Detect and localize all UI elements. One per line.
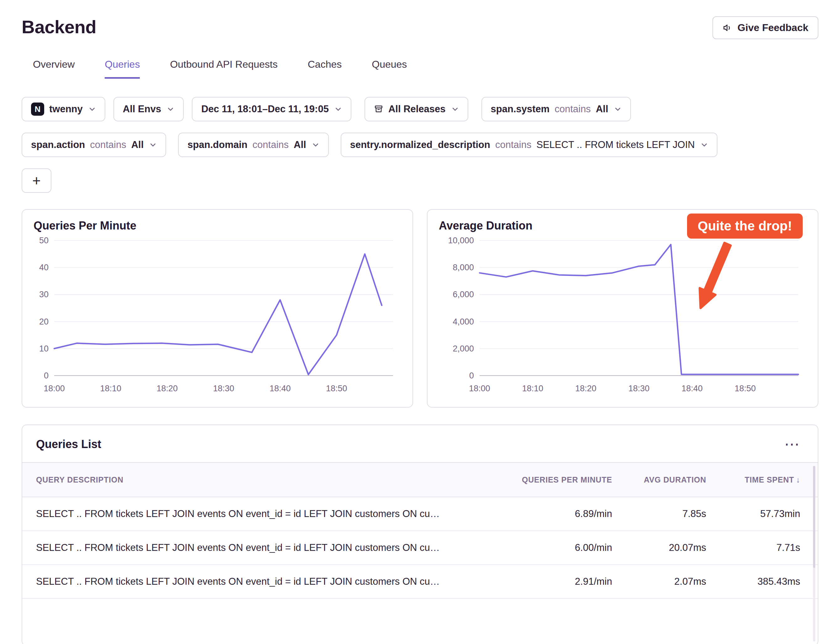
sort-descending-icon: ↓ (796, 475, 800, 484)
tab-overview-label: Overview (33, 59, 75, 70)
panel-menu-ellipsis-icon[interactable]: ⋯ (784, 441, 800, 447)
project-filter-label: twenny (49, 104, 83, 115)
tab-caches-label: Caches (308, 59, 342, 70)
queries-list-panel: Queries List ⋯ QUERY DESCRIPTION QUERIES… (21, 424, 819, 644)
filter-token-span-system[interactable]: span.system contains All (481, 97, 631, 122)
annotation-callout: Quite the drop! (687, 214, 803, 238)
filter-token-normalized-description[interactable]: sentry.normalized_description contains S… (341, 133, 717, 157)
releases-icon (374, 104, 383, 114)
average-duration-panel: Average Duration 02,0004,0006,0008,00010… (427, 209, 819, 407)
query-description-link[interactable]: SELECT .. FROM tickets LEFT JOIN events … (36, 542, 499, 554)
tab-queues[interactable]: Queues (372, 59, 407, 79)
releases-filter[interactable]: All Releases (364, 97, 468, 122)
megaphone-icon (722, 23, 732, 33)
releases-filter-label: All Releases (388, 104, 446, 115)
environment-filter[interactable]: All Envs (113, 97, 184, 122)
svg-text:0: 0 (44, 371, 49, 380)
date-range-filter[interactable]: Dec 11, 18:01–Dec 11, 19:05 (192, 97, 351, 122)
svg-text:6,000: 6,000 (453, 290, 474, 299)
vertical-scrollbar[interactable] (813, 466, 815, 641)
svg-text:18:30: 18:30 (213, 384, 235, 393)
svg-text:18:50: 18:50 (735, 384, 756, 393)
svg-text:40: 40 (39, 263, 49, 272)
tab-queries-label: Queries (105, 59, 140, 70)
chevron-down-icon (312, 141, 319, 149)
svg-text:4,000: 4,000 (453, 317, 474, 326)
filter-token-span-domain[interactable]: span.domain contains All (178, 133, 328, 157)
svg-text:8,000: 8,000 (453, 263, 474, 272)
token-operator: contains (90, 139, 126, 151)
query-description-link[interactable]: SELECT .. FROM tickets LEFT JOIN events … (36, 508, 499, 519)
token-key: sentry.normalized_description (350, 139, 490, 151)
time-spent-value: 385.43ms (706, 576, 800, 587)
page-title: Backend (21, 16, 96, 37)
filter-row-add: + (21, 168, 819, 193)
charts-row: Queries Per Minute 0102030405018:0018:10… (21, 209, 819, 407)
col-header-query-description[interactable]: QUERY DESCRIPTION (36, 475, 499, 485)
col-header-queries-per-minute[interactable]: QUERIES PER MINUTE (499, 475, 612, 485)
token-operator: contains (555, 104, 591, 115)
tab-caches[interactable]: Caches (308, 59, 342, 79)
chevron-down-icon (614, 105, 622, 113)
filter-row-secondary: span.action contains All span.domain con… (21, 133, 819, 157)
time-spent-value: 57.73min (706, 508, 800, 519)
tab-outbound-api-requests[interactable]: Outbound API Requests (170, 59, 277, 79)
svg-text:18:00: 18:00 (469, 384, 490, 393)
top-bar: Backend Give Feedback (0, 0, 840, 39)
token-operator: contains (253, 139, 289, 151)
svg-text:18:00: 18:00 (44, 384, 65, 393)
token-value: All (596, 104, 609, 115)
svg-text:50: 50 (39, 236, 49, 245)
svg-text:10,000: 10,000 (448, 236, 474, 245)
annotation-arrow-icon (685, 240, 739, 314)
tab-queues-label: Queues (372, 59, 407, 70)
token-value: SELECT .. FROM tickets LEFT JOIN (536, 139, 694, 151)
token-key: span.domain (187, 139, 247, 151)
table-row[interactable]: SELECT .. FROM tickets LEFT JOIN events … (22, 565, 818, 599)
queries-per-minute-value: 2.91/min (499, 576, 612, 587)
token-value: All (131, 139, 144, 151)
svg-text:20: 20 (39, 317, 49, 326)
chevron-down-icon (701, 141, 708, 149)
give-feedback-button[interactable]: Give Feedback (712, 16, 819, 39)
svg-text:18:20: 18:20 (157, 384, 178, 393)
tab-bar: Overview Queries Outbound API Requests C… (0, 59, 840, 79)
give-feedback-label: Give Feedback (738, 22, 808, 34)
tab-queries[interactable]: Queries (105, 59, 140, 79)
filter-row-primary: N twenny All Envs Dec 11, 18:01–Dec 11, … (21, 97, 819, 122)
project-filter[interactable]: N twenny (21, 97, 105, 122)
svg-text:18:10: 18:10 (522, 384, 543, 393)
chevron-down-icon (451, 105, 459, 113)
chevron-down-icon (89, 105, 96, 113)
queries-list-title: Queries List (36, 438, 101, 451)
environment-filter-label: All Envs (123, 104, 161, 115)
svg-text:18:40: 18:40 (681, 384, 703, 393)
svg-text:18:50: 18:50 (326, 384, 347, 393)
queries-per-minute-chart: 0102030405018:0018:1018:2018:3018:4018:5… (34, 234, 401, 396)
query-description-link[interactable]: SELECT .. FROM tickets LEFT JOIN events … (36, 576, 499, 587)
scrollbar-thumb[interactable] (813, 466, 815, 568)
col-header-avg-duration[interactable]: AVG DURATION (612, 475, 706, 485)
queries-per-minute-value: 6.00/min (499, 542, 612, 554)
backend-insights-page: Backend Give Feedback Overview Queries O… (0, 0, 840, 644)
token-key: span.action (31, 139, 85, 151)
time-spent-value: 7.71s (706, 542, 800, 554)
chevron-down-icon (149, 141, 157, 149)
token-operator: contains (495, 139, 531, 151)
col-header-time-spent[interactable]: TIME SPENT↓ (706, 475, 800, 485)
chart-title-queries-per-minute: Queries Per Minute (34, 219, 401, 232)
average-duration-chart: 02,0004,0006,0008,00010,00018:0018:1018:… (439, 234, 806, 396)
filter-token-span-action[interactable]: span.action contains All (21, 133, 166, 157)
table-row[interactable]: SELECT .. FROM tickets LEFT JOIN events … (22, 531, 818, 565)
add-filter-button[interactable]: + (21, 168, 51, 193)
filter-bar: N twenny All Envs Dec 11, 18:01–Dec 11, … (21, 97, 819, 193)
avg-duration-value: 7.85s (612, 508, 706, 519)
svg-text:18:30: 18:30 (628, 384, 650, 393)
svg-text:18:10: 18:10 (100, 384, 121, 393)
table-row[interactable]: SELECT .. FROM tickets LEFT JOIN events … (22, 497, 818, 531)
queries-per-minute-panel: Queries Per Minute 0102030405018:0018:10… (21, 209, 413, 407)
tab-overview[interactable]: Overview (33, 59, 75, 79)
tab-outbound-api-requests-label: Outbound API Requests (170, 59, 277, 70)
token-key: span.system (491, 104, 550, 115)
date-range-label: Dec 11, 18:01–Dec 11, 19:05 (201, 104, 329, 115)
